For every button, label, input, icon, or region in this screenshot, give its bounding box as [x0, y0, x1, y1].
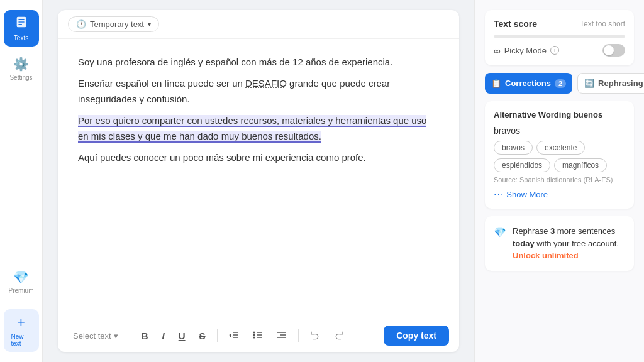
underline-icon: U — [179, 331, 186, 341]
text-score-section: Text score Text too short ∞ Picky Mode i — [485, 10, 634, 65]
suggestion-tag-espléndidos[interactable]: espléndidos — [494, 158, 550, 172]
info-icon[interactable]: i — [550, 46, 559, 55]
svg-point-10 — [253, 336, 255, 338]
corrections-tab[interactable]: 📋 Corrections 2 — [485, 73, 572, 94]
svg-text:1.: 1. — [229, 333, 233, 339]
upsell-section: 💎 Rephrase 3 more sentences today with y… — [485, 216, 634, 271]
show-more-label: Show More — [506, 190, 548, 199]
ordered-list-button[interactable]: 1. — [224, 326, 244, 346]
new-text-icon: + — [17, 314, 25, 331]
upsell-text: Rephrase 3 more sentences today with you… — [513, 225, 625, 262]
toolbar-divider-3 — [298, 329, 299, 342]
editor-line-1: Soy una profesora de inglés y español co… — [78, 54, 439, 70]
new-text-label: New text — [11, 333, 31, 347]
indent-icon — [277, 330, 287, 342]
text-too-short-label: Text too short — [580, 19, 625, 28]
editor-body[interactable]: Soy una profesora de inglés y español co… — [58, 39, 459, 319]
alt-wording-prefix: Alternative Wording — [494, 110, 571, 119]
text-score-header: Text score Text too short — [494, 19, 625, 29]
italic-button[interactable]: I — [157, 327, 170, 345]
undo-button[interactable] — [305, 326, 325, 346]
alt-wording-header: Alternative Wording buenos — [494, 110, 625, 119]
tabs-row: 📋 Corrections 2 🔄 Rephrasing — [485, 73, 634, 94]
suggestion-tag-excelente[interactable]: excelente — [536, 141, 585, 155]
chevron-down-icon: ▾ — [148, 21, 151, 28]
upsell-middle: more sentences — [555, 226, 615, 236]
rephrasing-tab-icon: 🔄 — [584, 79, 594, 88]
select-text-label: Select text — [73, 331, 111, 341]
strikethrough-icon: S — [199, 331, 206, 341]
redo-icon — [334, 330, 344, 342]
picky-mode-toggle[interactable] — [602, 44, 625, 57]
texts-icon — [14, 15, 28, 32]
primary-suggestion: bravos — [494, 126, 625, 136]
picky-mode-row: ∞ Picky Mode i — [494, 44, 625, 57]
upsell-before: Rephrase — [513, 226, 550, 236]
sidebar-item-settings[interactable]: ⚙️ Settings — [4, 52, 39, 86]
editor-line-3: Por eso quiero comparter con ustedes rec… — [78, 112, 439, 145]
copy-text-button[interactable]: Copy text — [384, 326, 449, 346]
toolbar-divider-2 — [217, 329, 218, 342]
dots-icon: ··· — [494, 189, 504, 200]
bold-icon: B — [142, 331, 148, 341]
editor-line-2: Enseñar español en línea puede ser un DE… — [78, 75, 439, 107]
sidebar-item-new-text[interactable]: + New text — [4, 309, 39, 352]
sidebar: Texts ⚙️ Settings 💎 Premium + New text — [0, 0, 43, 362]
texts-label: Texts — [14, 35, 28, 41]
sidebar-item-texts[interactable]: Texts — [4, 10, 39, 47]
select-text-button[interactable]: Select text ▾ — [68, 329, 123, 343]
select-chevron-icon: ▾ — [114, 331, 118, 341]
show-more-button[interactable]: ··· Show More — [494, 189, 548, 200]
editor-toolbar-bottom: Select text ▾ B I U S — [58, 319, 459, 352]
settings-label: Settings — [9, 74, 32, 81]
italic-icon: I — [162, 331, 165, 341]
suggestion-tag-magníficos[interactable]: magníficos — [554, 158, 607, 172]
underline-button[interactable]: U — [174, 327, 191, 345]
unlock-link[interactable]: Unlock unlimited — [513, 251, 579, 260]
rephrasing-tab[interactable]: 🔄 Rephrasing — [577, 73, 644, 94]
editor-card: 🕐 Temporary text ▾ Soy una profesora de … — [58, 10, 459, 352]
undo-icon — [310, 330, 320, 342]
score-bar — [494, 35, 625, 38]
suggestion-tag-bravos[interactable]: bravos — [494, 141, 533, 155]
rephrasing-tab-label: Rephrasing — [598, 79, 643, 88]
strikethrough-button[interactable]: S — [194, 327, 211, 345]
svg-point-9 — [253, 334, 255, 336]
picky-mode-label: ∞ Picky Mode i — [494, 45, 559, 56]
unordered-list-icon — [253, 330, 263, 342]
corrections-badge: 2 — [555, 79, 566, 88]
alt-wording-word: buenos — [574, 110, 602, 119]
right-panel: Text score Text too short ∞ Picky Mode i… — [474, 0, 644, 362]
clock-icon: 🕐 — [76, 19, 86, 29]
temp-text-button[interactable]: 🕐 Temporary text ▾ — [68, 16, 159, 32]
toolbar-divider-1 — [130, 329, 130, 342]
toggle-knob — [604, 45, 614, 55]
upsell-strong: today — [513, 239, 535, 248]
main-content: 🕐 Temporary text ▾ Soy una profesora de … — [43, 0, 474, 362]
svg-point-8 — [253, 331, 255, 333]
corrections-tab-label: Corrections — [505, 79, 551, 88]
ordered-list-icon: 1. — [229, 330, 239, 342]
upsell-after: with your free account. — [535, 239, 619, 248]
line2-before: Enseñar español en línea puede ser un — [78, 78, 245, 89]
settings-icon: ⚙️ — [13, 57, 29, 72]
upsell-icon: 💎 — [494, 226, 506, 238]
unordered-list-button[interactable] — [248, 326, 268, 346]
redo-button[interactable] — [329, 326, 349, 346]
sidebar-item-premium[interactable]: 💎 Premium — [4, 265, 39, 299]
picky-mode-icon: ∞ — [494, 45, 501, 56]
corrections-tab-icon: 📋 — [491, 79, 501, 88]
source-text: Source: Spanish dictionaries (RLA-ES) — [494, 176, 625, 184]
text-score-title: Text score — [494, 19, 537, 29]
alt-wording-section: Alternative Wording buenos bravos bravos… — [485, 101, 634, 209]
editor-wrapper: 🕐 Temporary text ▾ Soy una profesora de … — [43, 0, 474, 362]
bold-button[interactable]: B — [136, 327, 153, 345]
highlighted-sentence: Por eso quiero comparter con ustedes rec… — [78, 115, 426, 143]
premium-label: Premium — [9, 287, 34, 294]
indent-button[interactable] — [272, 326, 292, 346]
picky-mode-text: Picky Mode — [504, 46, 547, 55]
premium-icon: 💎 — [13, 270, 29, 285]
editor-toolbar-top: 🕐 Temporary text ▾ — [58, 10, 459, 39]
suggestion-tags: bravos excelente espléndidos magníficos — [494, 141, 625, 172]
editor-line-4: Aquí puedes conocer un poco más sobre mi… — [78, 150, 439, 166]
